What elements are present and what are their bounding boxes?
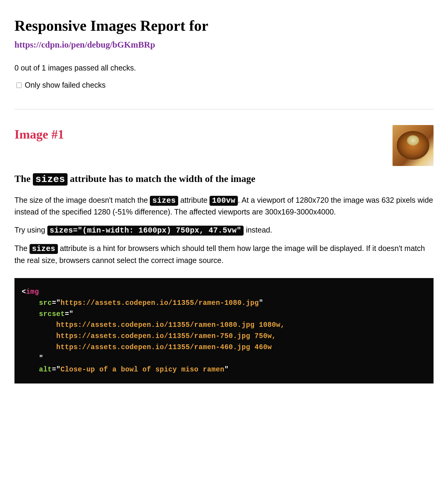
filter-checkbox-row: Only show failed checks [14, 80, 434, 91]
summary-text: 0 out of 1 images passed all checks. [14, 62, 434, 74]
src-attr: src [39, 299, 52, 307]
report-url-link[interactable]: https://cdpn.io/pen/debug/bGKmBRp [14, 38, 434, 52]
srcset-url-3: https://assets.codepen.io/11355/ramen-46… [56, 343, 250, 351]
divider [14, 109, 434, 109]
srcset-url-2: https://assets.codepen.io/11355/ramen-75… [56, 332, 250, 340]
para1-b: attribute [178, 196, 210, 204]
explanation-para-3: The sizes attribute is a hint for browse… [14, 243, 434, 266]
page-title: Responsive Images Report for [14, 14, 434, 37]
only-failed-label[interactable]: Only show failed checks [25, 80, 106, 91]
para3-a: The [14, 244, 30, 252]
explanation-para-2: Try using sizes="(min-width: 1600px) 750… [14, 224, 434, 236]
suggested-sizes-code: sizes="(min-width: 1600px) 750px, 47.5vw… [47, 226, 244, 236]
para3-b: attribute is a hint for browsers which s… [14, 244, 425, 264]
viewport-code-inline: 100vw [210, 196, 238, 206]
img-tag: img [26, 288, 39, 296]
para2-a: Try using [14, 226, 47, 234]
srcset-attr: srcset [39, 310, 65, 318]
srcset-w-1: 1080w, [254, 321, 285, 329]
subheading-post: attribute has to match the width of the … [68, 173, 255, 184]
srcset-w-2: 750w, [250, 332, 276, 340]
sizes-code-inline-2: sizes [150, 196, 178, 206]
only-failed-checkbox[interactable] [16, 83, 22, 88]
check-subheading: The sizes attribute has to match the wid… [14, 171, 434, 187]
image-section-header: Image #1 [14, 125, 434, 166]
para1-a: The size of the image doesn't match the [14, 196, 150, 204]
sizes-code-inline-3: sizes [30, 244, 58, 254]
sizes-code-inline: sizes [33, 173, 68, 186]
subheading-pre: The [14, 173, 33, 184]
alt-attr: alt [39, 366, 52, 374]
code-snippet: <img src="https://assets.codepen.io/1135… [14, 278, 434, 383]
src-value: https://assets.codepen.io/11355/ramen-10… [61, 299, 259, 307]
image-heading: Image #1 [14, 125, 64, 144]
srcset-url-1: https://assets.codepen.io/11355/ramen-10… [56, 321, 254, 329]
para2-b: instead. [244, 226, 272, 234]
srcset-w-3: 460w [250, 343, 272, 351]
image-thumbnail [393, 125, 434, 166]
explanation-para-1: The size of the image doesn't match the … [14, 195, 434, 218]
alt-value: Close-up of a bowl of spicy miso ramen [61, 366, 225, 374]
